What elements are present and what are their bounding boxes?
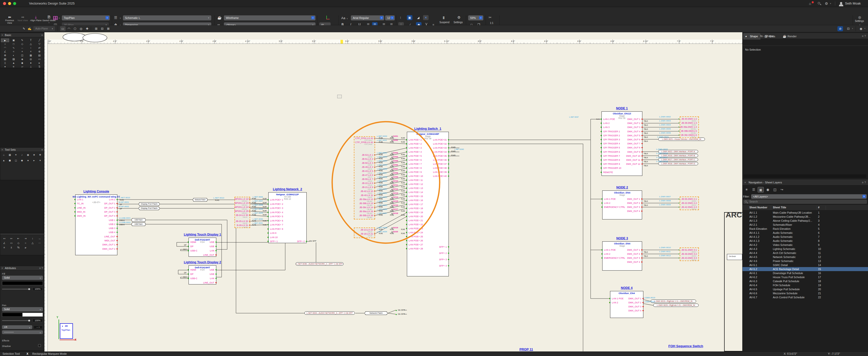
drawing-canvas[interactable]: 3'-10"4'-0"4'-2"4'-4"4'-6"4'-8"4'-10"5'-… [0,0,868,356]
settings-label[interactable]: Settings [454,21,463,24]
tool-icon[interactable]: ⇄ [35,46,43,50]
tool-icon[interactable]: ▤ [35,54,43,57]
pen-opacity-value[interactable]: 100% [33,319,43,322]
tool-icon[interactable]: ▸ [35,61,43,65]
polygon-marquee-mode-icon[interactable]: ⬡ [72,26,78,31]
tab-render[interactable]: ☕Render [781,33,799,40]
chevron-down-icon[interactable]: ∨ [830,2,831,4]
classes-icon[interactable]: ◫ [772,187,778,192]
tool-icon[interactable]: ◆ [19,159,25,162]
patch-tag[interactable]: USB Patch [131,218,146,222]
chevron-down-icon[interactable]: ∨ [59,17,60,19]
patch-tag[interactable]: Network Patch [364,311,388,315]
table-row[interactable]: AV-4.1.2Audio Schematic7 [743,235,868,239]
selection-option-icon[interactable]: ⊞ [93,26,99,31]
chevron-down-icon[interactable]: ∨ [120,17,121,19]
lasso-mode-icon[interactable]: ◠ [66,26,72,31]
view-plan-dropdown[interactable]: Top/Plan∨ [62,15,110,21]
gear-icon[interactable]: ⚙ [825,1,828,5]
cable-tag[interactable]: L-DMX-9020—RigEndo 1-2L—DMX/RDM_IN [653,304,699,307]
table-row[interactable]: AV-1.3Above Ceiling-Cable Pathway/J...3 [743,219,868,223]
chevron-down-icon[interactable]: ∨ [852,28,853,30]
basic-palette-header[interactable]: × Basic ≡ [0,33,44,37]
tool-icon[interactable]: S [35,65,43,69]
layer-dropdown[interactable]: Schematic L∨ [123,15,211,21]
tool-icon[interactable]: ◫ [18,54,26,57]
cross-marquee-mode-icon[interactable]: ✚ [84,26,90,31]
render-mode-dropdown[interactable]: Wireframe∨ [224,15,315,21]
tool-icon[interactable]: ▭ [8,241,14,245]
plane-mode-icon[interactable]: ✎ [21,26,27,31]
tool-icon[interactable]: ◇ [18,42,26,46]
tool-icon[interactable]: ✎ [18,39,26,42]
tool-icon[interactable]: ∠ [1,241,7,245]
close-icon[interactable]: × [1,266,3,270]
patch-tag[interactable]: Network Patch [193,198,208,202]
suspend-label[interactable]: Suspend [439,21,449,24]
object-info-header[interactable]: × Object Info - Shape ≡ ? [743,33,868,39]
table-row[interactable]: AV-1.2Mezzanine-Cable Pathway/JB...2 [743,215,868,219]
fill-color-swatch[interactable] [2,281,43,285]
tool-icon[interactable]: % [15,246,22,249]
tool-icon[interactable]: ⊥ [27,65,35,69]
pen-style-dropdown[interactable]: Solid∨ [2,307,43,311]
patch-tag[interactable]: Display Port Patch [138,202,160,206]
home-icon[interactable]: ⌂ [809,1,811,5]
attributes-palette-header[interactable]: × Attributes ≡ ? [0,266,44,270]
tool-icon[interactable]: + [18,50,26,54]
column-number[interactable]: # [818,206,819,209]
table-row[interactable]: AV-6.7Arch Control Pull Schedule22 [743,295,868,299]
tool-icon[interactable]: ⊗ [1,54,9,57]
tool-icon[interactable]: ▸ [31,159,37,162]
tool-icon[interactable]: ⌂ [1,153,6,157]
cable-tag[interactable]: L-NET-9035—AUDIO NETWORK_2—SFP+ 1-Gb SFP [296,262,343,265]
tool-icon[interactable]: ✦ [13,153,19,157]
mini-palette-header[interactable] [0,233,44,235]
tool-icon[interactable]: ⊕ [35,50,43,54]
pen-opacity-slider[interactable] [2,320,30,321]
chevron-down-icon[interactable]: ∨ [864,28,866,30]
tool-icon[interactable]: ❖ [37,153,43,157]
tool-icon[interactable]: ▭ [35,58,43,61]
hint-bulb-icon[interactable]: ◉ [858,26,864,31]
cable-tag[interactable]: L-DMX-9019—RigEndo 1-1L—DMX/RDM_IN [651,299,696,303]
menu-help-icons[interactable]: ≡ ? [862,179,866,185]
tool-icon[interactable]: ◇ [15,241,22,245]
device-block-node-4[interactable] [610,291,643,318]
line-weight-stepper[interactable]: − + [34,325,43,329]
table-row[interactable]: AV-5.1SSRC Detail14 [743,263,868,267]
layers-icon[interactable]: ☰ [114,15,117,20]
zoom-window-button[interactable] [13,2,16,5]
rectangular-marquee-mode-icon[interactable]: ▭ [60,26,66,31]
table-row[interactable]: AV-1.1Main-Cable Pathway/JB Location1 [743,211,868,215]
navigation-header[interactable]: × Navigation - Sheet Layers ≡ ? [743,179,868,185]
new-object-mode-icon[interactable]: ⊡ [845,26,851,31]
shadow-checkbox[interactable] [38,344,41,347]
saved-views-icon[interactable]: ✳ [744,187,750,192]
align-plane-button[interactable]: ⤓ Align Plane [29,15,42,22]
tool-icon[interactable]: ↕ [29,237,36,240]
pen-color-swatch[interactable] [2,313,43,317]
filter-dropdown[interactable]: <All Layers> ⇅ [751,194,867,199]
patch-tag[interactable]: Display Port Patch [138,207,160,210]
table-row[interactable]: AV-4.3Lighting Schematic10 [743,247,868,251]
scale-ruler-icon[interactable]: ✂ [489,15,492,20]
table-row[interactable]: AV-6.3Catwalk Pull Schedule18 [743,279,868,283]
slider-thumb[interactable] [28,320,30,321]
tool-icon[interactable]: ▾ [1,65,9,69]
patch-tag[interactable]: USB Patch [131,222,146,226]
line-weight-dropdown[interactable]: 1/8∨ [2,325,32,329]
tool-icon[interactable]: ▲ [1,159,6,162]
circle-marquee-mode-icon[interactable]: ◎ [78,26,84,31]
font-style-icon[interactable]: Aa [341,16,345,20]
tool-icon[interactable]: ▣ [9,39,18,42]
slider-thumb[interactable] [28,288,30,290]
tool-icon[interactable]: ◻ [13,159,19,162]
tool-icon[interactable]: ○ [22,241,29,245]
fill-opacity-value[interactable]: 100% [33,287,43,291]
viewbar-settings-eye-icon[interactable]: ◎ [858,15,861,19]
user-icon[interactable] [840,2,842,4]
tool-icon[interactable]: ↤ [1,237,7,240]
tool-icon[interactable]: ± [8,246,14,249]
tab-data[interactable]: ▤Data [763,33,778,40]
